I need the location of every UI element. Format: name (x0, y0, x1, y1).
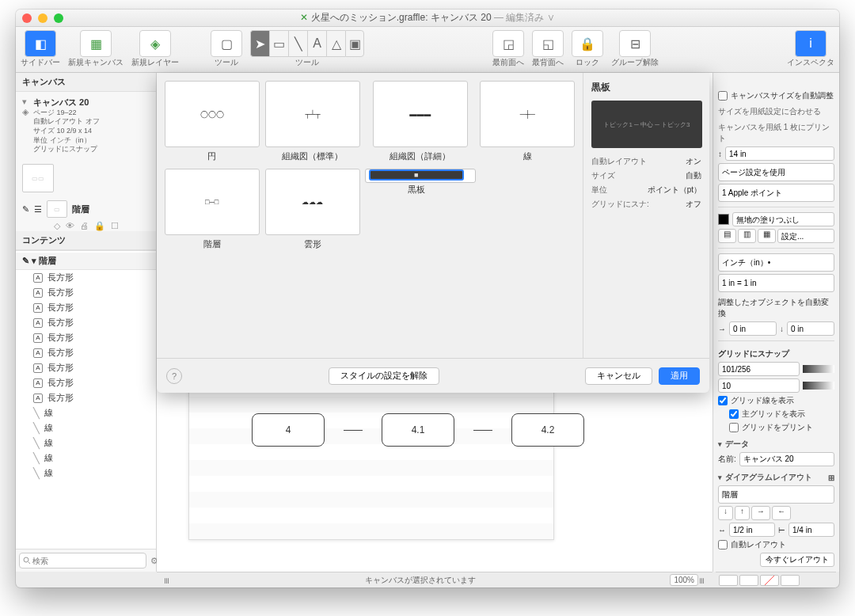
bottom-tab[interactable] (781, 575, 800, 586)
send-back-button[interactable]: ◱ (532, 30, 564, 57)
style-tile-雲形[interactable]: ☁☁☁雲形 (264, 169, 361, 250)
help-button[interactable]: ? (166, 368, 182, 384)
outline-rect-item[interactable]: A長方形 (16, 345, 156, 360)
bring-front-button[interactable]: ◲ (492, 30, 524, 57)
diagram-tool[interactable]: ▣ (345, 30, 364, 57)
style-tile-階層[interactable]: □─□階層 (163, 169, 260, 250)
cancel-button[interactable]: キャンセル (585, 367, 652, 385)
minimize-window-button[interactable] (38, 13, 48, 23)
auto-layout-check[interactable] (718, 540, 728, 549)
outline-rect-item[interactable]: A長方形 (16, 300, 156, 315)
origin-y[interactable] (787, 321, 834, 336)
reset-style-button[interactable]: スタイルの設定を解除 (329, 367, 439, 385)
sidebar-toggle[interactable]: ◧ (25, 30, 56, 57)
tool-select[interactable]: ▢ (211, 30, 242, 57)
outline-rect-item[interactable]: A長方形 (16, 375, 156, 390)
outline-rect-item[interactable]: A長方形 (16, 390, 156, 405)
align-btn[interactable]: ▥ (738, 229, 756, 243)
print-grid-check[interactable] (729, 423, 739, 432)
outline-rect-item[interactable]: A長方形 (16, 360, 156, 375)
tool-cluster: ➤ ▭ ╲ A △ ▣ (250, 30, 364, 57)
zoom-select[interactable]: 100% (670, 574, 698, 586)
settings-select[interactable]: 設定... (777, 229, 834, 243)
zoom-window-button[interactable] (54, 13, 63, 23)
bottom-tab[interactable] (739, 575, 758, 586)
print-one-link[interactable]: キャンバスを用紙 1 枚にプリント (718, 122, 834, 144)
inspector-toggle[interactable]: i (795, 30, 826, 57)
origin-x[interactable] (729, 321, 777, 336)
page-setup-select[interactable]: ページ設定を使用 (718, 163, 834, 181)
data-section[interactable]: データ (718, 439, 834, 450)
new-canvas-button[interactable]: ▦ (80, 30, 112, 57)
scale-select[interactable]: 1 in = 1 in (718, 274, 834, 292)
style-grid: ◯◯◯円┬┴┬組織図（標準）▬▬▬組織図（詳細）─┼─線□─□階層☁☁☁雲形■黒… (157, 73, 583, 358)
outline-line-item[interactable]: ╲線 (16, 420, 156, 435)
fit-paper-link[interactable]: サイズを用紙設定に合わせる (718, 106, 834, 117)
outline-rect-item[interactable]: A長方形 (16, 330, 156, 345)
outline-rect-item[interactable]: A長方形 (16, 315, 156, 330)
auto-size-check[interactable] (718, 91, 728, 101)
outline-line-item[interactable]: ╲線 (16, 405, 156, 420)
show-grid-check[interactable] (718, 396, 728, 405)
ruler-icon[interactable]: ⫼ (163, 576, 171, 584)
close-window-button[interactable] (22, 13, 32, 23)
layout-now-button[interactable]: 今すぐレイアウト (760, 553, 834, 567)
grid-gradient[interactable] (803, 382, 834, 390)
grid-minor[interactable] (718, 378, 800, 393)
pointer-tool[interactable]: ➤ (250, 30, 269, 57)
style-tile-組織図（標準）[interactable]: ┬┴┬組織図（標準） (264, 81, 361, 162)
grid-gradient[interactable] (803, 365, 834, 373)
toolbar: ◧サイドバー ▦新規キャンバス ◈新規レイヤー ▢ツール ➤ ▭ ╲ A △ ▣… (16, 27, 839, 73)
dir-btn[interactable]: ↓ (718, 506, 733, 520)
window-title: ✕ 火星へのミッション.graffle: キャンバス 20 — 編集済み ∨ (16, 11, 839, 25)
fill-select[interactable]: 無地の塗りつぶし (732, 212, 834, 226)
canvas-thumb[interactable]: ▭▭ (22, 164, 54, 192)
pen-tool[interactable]: △ (326, 30, 345, 57)
height-input[interactable] (725, 146, 834, 161)
layer-select[interactable]: 階層 (718, 485, 834, 504)
align-btn[interactable]: ▤ (718, 229, 736, 243)
fill-swatch[interactable] (718, 214, 729, 225)
style-tile-組織図（詳細）[interactable]: ▬▬▬組織図（詳細） (365, 81, 476, 162)
align-btn[interactable]: ▦ (758, 229, 776, 243)
ungroup-button[interactable]: ⊟ (619, 30, 651, 57)
apply-button[interactable]: 適用 (659, 367, 700, 385)
point-select[interactable]: 1 Apple ポイント (718, 184, 834, 202)
diagram-node[interactable]: 4.2 (511, 413, 584, 447)
show-main-grid-check[interactable] (729, 409, 739, 419)
vspace[interactable] (788, 523, 834, 537)
text-tool[interactable]: A (307, 30, 326, 57)
style-tile-線[interactable]: ─┼─線 (479, 81, 576, 162)
layer-row[interactable]: ✎ ☰ ▭ 階層 (16, 197, 156, 221)
outline-rect-item[interactable]: A長方形 (16, 285, 156, 300)
diagram-node[interactable]: 4 (252, 413, 325, 447)
style-tile-円[interactable]: ◯◯◯円 (163, 81, 260, 162)
outline-line-item[interactable]: ╲線 (16, 451, 156, 466)
search-input[interactable] (19, 553, 146, 568)
line-tool[interactable]: ╲ (288, 30, 307, 57)
vspace-icon: ⊢ (778, 526, 785, 534)
x-icon: → (718, 325, 726, 333)
layout-icon[interactable]: ⊞ (828, 473, 834, 482)
outline-rect-item[interactable]: A長方形 (16, 270, 156, 285)
new-layer-button[interactable]: ◈ (139, 30, 171, 57)
bottom-tab[interactable] (719, 575, 738, 586)
style-tile-黒板[interactable]: ■黒板 (365, 169, 476, 183)
outline-line-item[interactable]: ╲線 (16, 466, 156, 481)
bottom-tab[interactable] (760, 575, 779, 586)
unit-select[interactable]: インチ（in）• (718, 253, 834, 272)
grid-major[interactable] (718, 362, 800, 376)
canvas-thumbnail-row[interactable]: ▾◈ キャンバス 20 ページ 19–22 自動レイアウト オフ サイズ 10 … (16, 92, 156, 159)
align-icon: ☰ (34, 204, 42, 215)
ruler-icon[interactable]: ⫼ (698, 576, 706, 584)
diagram-layout-section[interactable]: ダイアグラムレイアウト⊞ (718, 472, 834, 483)
outline-top[interactable]: ✎ ▾ 階層 (16, 253, 156, 270)
lock-button[interactable]: 🔒 (572, 30, 603, 57)
shape-tool[interactable]: ▭ (269, 30, 288, 57)
canvas-name-input[interactable] (739, 452, 834, 466)
diagram-node[interactable]: 4.1 (382, 413, 454, 447)
hspace[interactable] (729, 523, 775, 537)
property-row: サイズ自動 (591, 170, 701, 181)
outline-line-item[interactable]: ╲線 (16, 435, 156, 451)
pencil-icon: ✎ (22, 204, 29, 215)
